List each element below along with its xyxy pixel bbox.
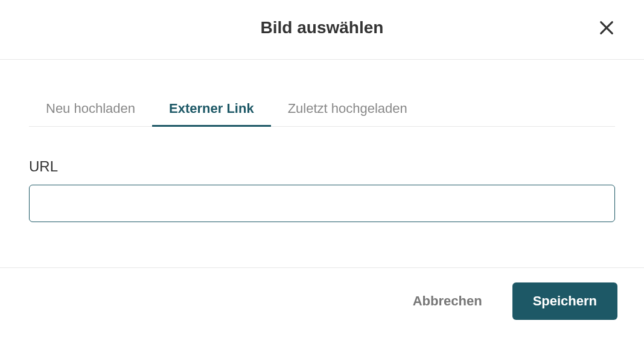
tab-external-link[interactable]: Externer Link [152,92,271,126]
tab-upload[interactable]: Neu hochladen [29,92,152,126]
dialog-content: Neu hochladen Externer Link Zuletzt hoch… [0,60,644,267]
tab-bar: Neu hochladen Externer Link Zuletzt hoch… [29,92,615,127]
cancel-button[interactable]: Abbrechen [412,287,483,315]
dialog-title: Bild auswählen [0,18,644,37]
tab-recent[interactable]: Zuletzt hochgeladen [271,92,424,126]
close-button[interactable] [596,17,617,39]
url-label: URL [29,158,615,175]
image-select-dialog: Bild auswählen Neu hochladen Externer Li… [0,0,644,338]
dialog-footer: Abbrechen Speichern [0,267,644,338]
dialog-header: Bild auswählen [0,0,644,60]
save-button[interactable]: Speichern [512,282,617,320]
url-input[interactable] [29,185,615,222]
close-icon [598,19,615,36]
url-form-group: URL [29,158,615,222]
